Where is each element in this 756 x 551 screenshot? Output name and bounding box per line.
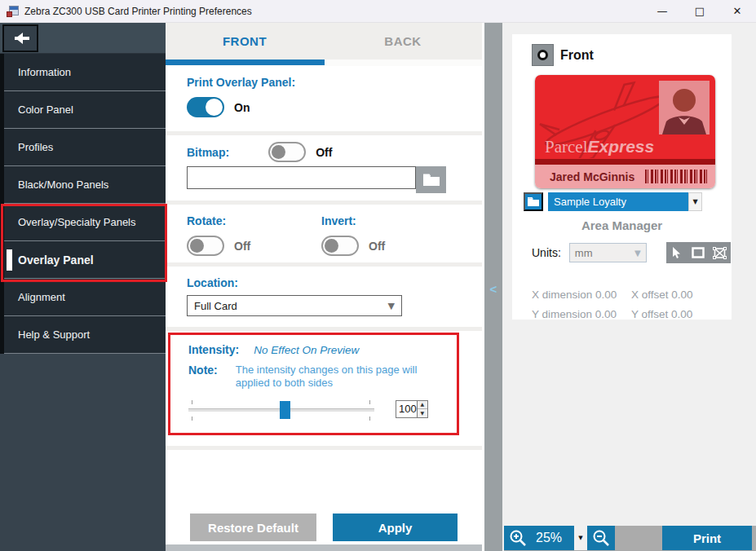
card-stripe bbox=[535, 159, 715, 165]
radio-ring-icon bbox=[537, 50, 548, 60]
x-offset-label: X offset bbox=[631, 289, 669, 301]
bitmap-toggle[interactable] bbox=[268, 142, 306, 162]
intensity-label: Intensity: bbox=[188, 343, 239, 356]
rotate-label: Rotate: bbox=[187, 214, 321, 227]
x-offset-value: 0.00 bbox=[671, 289, 692, 301]
y-offset-value: 0.00 bbox=[671, 308, 692, 320]
bitmap-state: Off bbox=[316, 146, 332, 159]
zoom-in-button[interactable] bbox=[504, 526, 532, 550]
print-overlay-section: Print Overlay Panel: On bbox=[166, 66, 482, 131]
back-arrow-icon bbox=[10, 33, 31, 44]
folder-icon bbox=[422, 173, 440, 187]
sidebar-item-alignment[interactable]: Alignment bbox=[4, 279, 166, 316]
brand-regular: Parcel bbox=[545, 137, 587, 156]
delete-area-tool[interactable] bbox=[711, 244, 729, 262]
x-dimension-label: X dimension bbox=[532, 289, 592, 301]
sidebar-item-help-support[interactable]: Help & Support bbox=[4, 316, 166, 354]
delete-area-icon bbox=[713, 247, 727, 259]
tab-back[interactable]: BACK bbox=[324, 23, 482, 60]
units-label: Units: bbox=[532, 246, 561, 259]
print-button[interactable]: Print bbox=[662, 526, 752, 550]
minimize-button[interactable]: — bbox=[643, 0, 681, 22]
y-offset-label: Y offset bbox=[631, 308, 668, 320]
area-tools-toolbar bbox=[666, 242, 731, 263]
close-button[interactable]: ✕ bbox=[718, 0, 756, 22]
sidebar-item-overlay-panel[interactable]: Overlay Panel bbox=[4, 241, 166, 279]
draw-area-tool[interactable] bbox=[689, 244, 707, 262]
card-top-red: ParcelExpress bbox=[535, 75, 715, 159]
location-label: Location: bbox=[187, 276, 482, 289]
cursor-icon bbox=[672, 247, 682, 259]
cardholder-photo bbox=[659, 81, 710, 134]
spin-up-button[interactable]: ▲ bbox=[418, 401, 427, 409]
apply-button[interactable]: Apply bbox=[333, 514, 458, 541]
zoom-level-dropdown-button[interactable]: ▼ bbox=[574, 526, 587, 550]
bitmap-path-input[interactable] bbox=[187, 166, 416, 189]
restore-default-button[interactable]: Restore Default bbox=[190, 514, 316, 541]
spin-down-button[interactable]: ▼ bbox=[418, 408, 427, 417]
intensity-value[interactable]: 100 bbox=[396, 401, 417, 417]
tabbar: FRONT BACK bbox=[166, 23, 482, 60]
magnifier-plus-icon bbox=[509, 529, 527, 547]
zoom-level-display: 25% bbox=[532, 526, 574, 550]
bitmap-section: Bitmap: Off bbox=[166, 135, 482, 201]
back-button[interactable] bbox=[2, 24, 38, 52]
window-title: Zebra ZC300 USB Card Printer Printing Pr… bbox=[24, 6, 252, 17]
print-overlay-label: Print Overlay Panel: bbox=[187, 76, 482, 89]
card-preview[interactable]: ParcelExpress Jared McGinnis bbox=[535, 75, 715, 188]
template-browse-button[interactable] bbox=[524, 192, 543, 211]
preview-divider: < bbox=[482, 23, 502, 551]
note-label: Note: bbox=[188, 364, 218, 390]
chevron-down-icon: ▼ bbox=[388, 301, 395, 311]
intensity-hint: No Effect On Preview bbox=[254, 344, 359, 356]
bitmap-browse-button[interactable] bbox=[416, 166, 446, 193]
invert-toggle[interactable] bbox=[321, 236, 359, 256]
units-select[interactable]: mm ▼ bbox=[569, 243, 647, 262]
sidebar-item-black-mono-panels[interactable]: Black/Mono Panels bbox=[4, 166, 166, 204]
main-panel: FRONT BACK Print Overlay Panel: On Bitma… bbox=[166, 23, 482, 551]
front-side-radio[interactable] bbox=[532, 44, 554, 66]
rectangle-icon bbox=[692, 247, 705, 258]
y-dimension-label: Y dimension bbox=[532, 308, 592, 320]
intensity-highlight-box: Intensity: No Effect On Preview Note: Th… bbox=[168, 333, 459, 435]
x-dimension-value: 0.00 bbox=[595, 289, 617, 301]
units-value: mm bbox=[575, 247, 593, 259]
intensity-section: Intensity: No Effect On Preview Note: Th… bbox=[166, 331, 482, 446]
sidebar: Information Color Panel Profiles Black/M… bbox=[0, 23, 166, 551]
cardholder-name: Jared McGinnis bbox=[550, 170, 634, 183]
location-select[interactable]: Full Card ▼ bbox=[187, 295, 402, 316]
area-manager-title: Area Manager bbox=[512, 218, 732, 232]
rotate-state: Off bbox=[234, 240, 250, 253]
active-indicator bbox=[7, 249, 12, 271]
intensity-spinner: 100 ▲ ▼ bbox=[396, 400, 428, 418]
slider-handle[interactable] bbox=[280, 401, 290, 419]
print-overlay-toggle[interactable] bbox=[187, 97, 224, 117]
print-overlay-state: On bbox=[234, 101, 250, 114]
sidebar-item-profiles[interactable]: Profiles bbox=[4, 129, 166, 166]
zoom-out-button[interactable] bbox=[587, 526, 615, 550]
bottom-edge-strip bbox=[166, 544, 482, 551]
invert-label: Invert: bbox=[321, 214, 456, 227]
intensity-slider[interactable] bbox=[188, 397, 378, 421]
maximize-button[interactable]: □ bbox=[681, 0, 718, 22]
folder-icon bbox=[527, 196, 540, 207]
sidebar-item-information[interactable]: Information bbox=[4, 54, 166, 91]
front-side-label: Front bbox=[560, 48, 594, 63]
template-select[interactable]: Sample Loyalty bbox=[548, 192, 688, 211]
invert-state: Off bbox=[369, 240, 385, 253]
rotate-toggle[interactable] bbox=[187, 236, 224, 256]
sidebar-item-color-panel[interactable]: Color Panel bbox=[4, 91, 166, 129]
dimension-readouts: X dimension 0.00 X offset 0.00 Y dimensi… bbox=[532, 289, 693, 328]
y-dimension-value: 0.00 bbox=[595, 308, 617, 320]
collapse-left-icon[interactable]: < bbox=[490, 282, 497, 551]
template-dropdown-button[interactable]: ▼ bbox=[688, 192, 702, 211]
preview-card-area: Front bbox=[512, 34, 732, 320]
active-tab-underline bbox=[166, 60, 325, 65]
preview-panel: Front bbox=[502, 23, 756, 551]
note-text: The intensity changes on this page will … bbox=[236, 364, 438, 390]
select-cursor-tool[interactable] bbox=[668, 244, 686, 262]
barcode bbox=[645, 170, 707, 183]
tab-front[interactable]: FRONT bbox=[166, 23, 324, 60]
sidebar-item-overlay-specialty-panels[interactable]: Overlay/Specialty Panels bbox=[4, 204, 166, 241]
sidebar-header bbox=[0, 23, 166, 54]
